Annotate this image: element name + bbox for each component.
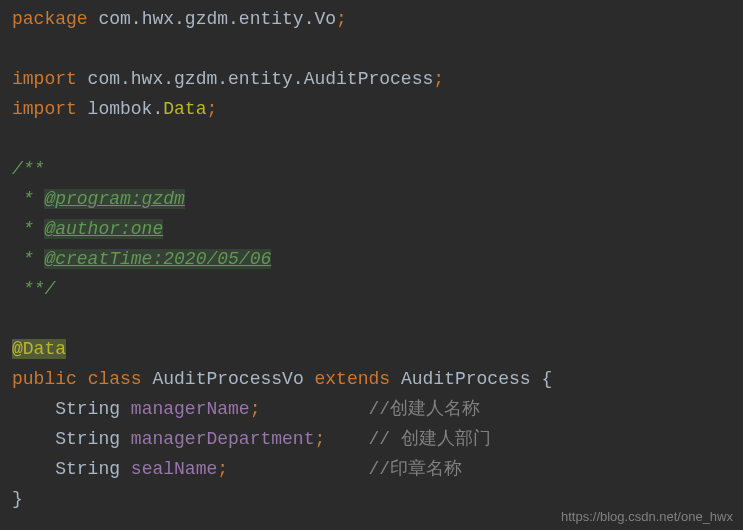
indent [12,429,55,449]
keyword: class [88,369,142,389]
indent [12,459,55,479]
keyword: extends [315,369,391,389]
code-line-15: String managerDepartment; // 创建人部门 [0,424,743,454]
semicolon: ; [250,399,261,419]
code-line-7: * @program:gzdm [0,184,743,214]
field-name: managerName [131,399,250,419]
code-line-4: import lombok.Data; [0,94,743,124]
space [304,369,315,389]
class-name: AuditProcessVo [152,369,303,389]
javadoc-prefix: * [12,189,44,209]
annotation-data: @Data [12,339,66,359]
type: String [55,399,120,419]
keyword: public [12,369,77,389]
code-line-9: * @creatTime:2020/05/06 [0,244,743,274]
space [120,459,131,479]
space [390,369,401,389]
keyword: import [12,99,77,119]
code-line-13: public class AuditProcessVo extends Audi… [0,364,743,394]
space [120,429,131,449]
type: String [55,459,120,479]
semicolon: ; [206,99,217,119]
javadoc-tag-creattime: @creatTime:2020/05/06 [44,249,271,269]
javadoc-close: **/ [12,279,55,299]
code-line-10: **/ [0,274,743,304]
code-line-1: package com.hwx.gzdm.entity.Vo; [0,4,743,34]
code-line-5 [0,124,743,154]
semicolon: ; [217,459,228,479]
code-line-3: import com.hwx.gzdm.entity.AuditProcess; [0,64,743,94]
space [325,429,368,449]
field-name: managerDepartment [131,429,315,449]
import-path: lombok. [77,99,163,119]
type: String [55,429,120,449]
import-class: Data [163,99,206,119]
parent-class: AuditProcess [401,369,531,389]
space [228,459,368,479]
comment: // 创建人部门 [369,429,491,449]
space [260,399,368,419]
code-line-12: @Data [0,334,743,364]
indent [12,399,55,419]
space [77,369,88,389]
brace-close: } [12,489,23,509]
javadoc-tag-program: @program:gzdm [44,189,184,209]
import-path: com.hwx.gzdm.entity.AuditProcess [77,69,433,89]
javadoc-prefix: * [12,219,44,239]
comment: //创建人名称 [369,399,481,419]
keyword: package [12,9,88,29]
package-path: com.hwx.gzdm.entity.Vo [88,9,336,29]
code-line-14: String managerName; //创建人名称 [0,394,743,424]
comment: //印章名称 [369,459,463,479]
space [120,399,131,419]
code-line-11 [0,304,743,334]
javadoc-prefix: * [12,249,44,269]
keyword: import [12,69,77,89]
brace-open: { [541,369,552,389]
space [531,369,542,389]
space [142,369,153,389]
code-line-8: * @author:one [0,214,743,244]
field-name: sealName [131,459,217,479]
semicolon: ; [336,9,347,29]
code-line-16: String sealName; //印章名称 [0,454,743,484]
semicolon: ; [314,429,325,449]
semicolon: ; [433,69,444,89]
javadoc-tag-author: @author:one [44,219,163,239]
code-line-6: /** [0,154,743,184]
code-line-2 [0,34,743,64]
javadoc-open: /** [12,159,44,179]
watermark: https://blog.csdn.net/one_hwx [561,509,733,524]
